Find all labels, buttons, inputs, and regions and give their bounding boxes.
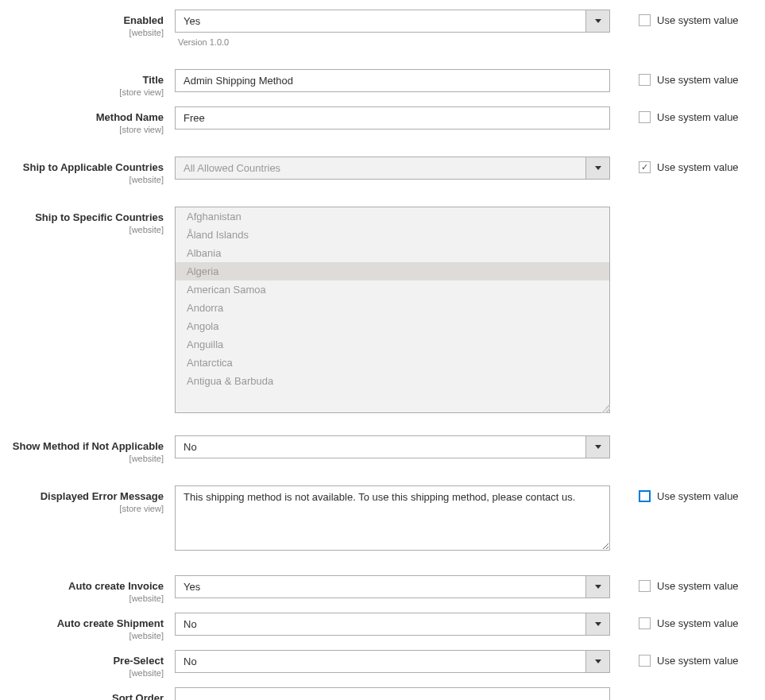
use-system-checkbox[interactable] bbox=[639, 617, 651, 629]
use-system-checkbox[interactable] bbox=[639, 655, 651, 667]
field-label: Method Name bbox=[0, 111, 164, 123]
method-name-input[interactable] bbox=[175, 106, 610, 130]
check-col: Use system value bbox=[610, 650, 753, 667]
country-option: Angola bbox=[176, 317, 609, 335]
label-col: Title [store view] bbox=[0, 69, 175, 97]
country-option: Andorra bbox=[176, 299, 609, 317]
field-enabled: Enabled [website] Yes Version 1.0.0 Use … bbox=[0, 10, 765, 47]
resize-handle-icon[interactable] bbox=[601, 404, 610, 413]
country-option: Antarctica bbox=[176, 354, 609, 372]
field-show-method: Show Method if Not Applicable [website] … bbox=[0, 435, 765, 463]
input-col: Yes Version 1.0.0 bbox=[175, 10, 610, 47]
field-sort-order: Sort Order [website] bbox=[0, 687, 765, 700]
label-col: Pre-Select [website] bbox=[0, 650, 175, 678]
use-system-checkbox[interactable] bbox=[639, 74, 651, 86]
error-message-textarea[interactable] bbox=[175, 485, 610, 551]
use-system-checkbox[interactable] bbox=[639, 111, 651, 123]
title-input[interactable] bbox=[175, 69, 610, 92]
checkbox-label[interactable]: Use system value bbox=[657, 74, 739, 86]
label-col: Auto create Invoice [website] bbox=[0, 575, 175, 603]
field-scope: [store view] bbox=[0, 125, 164, 134]
input-col: No bbox=[175, 650, 610, 673]
field-label: Ship to Applicable Countries bbox=[0, 161, 164, 173]
field-label: Enabled bbox=[0, 14, 164, 26]
check-col bbox=[610, 207, 753, 211]
preselect-select[interactable]: No bbox=[175, 650, 610, 673]
checkbox-label[interactable]: Use system value bbox=[657, 655, 739, 667]
select-value: Yes bbox=[176, 10, 585, 32]
field-scope: [store view] bbox=[0, 504, 164, 513]
use-system-checkbox[interactable] bbox=[639, 161, 651, 173]
checkbox-label[interactable]: Use system value bbox=[657, 111, 739, 123]
checkbox-label[interactable]: Use system value bbox=[657, 490, 739, 502]
label-col: Method Name [store view] bbox=[0, 106, 175, 134]
label-col: Displayed Error Message [store view] bbox=[0, 485, 175, 513]
country-option: American Samoa bbox=[176, 280, 609, 299]
label-col: Enabled [website] bbox=[0, 10, 175, 37]
input-col bbox=[175, 687, 610, 700]
field-label: Auto create Shipment bbox=[0, 617, 164, 629]
check-col bbox=[610, 435, 753, 440]
field-label: Displayed Error Message bbox=[0, 490, 164, 502]
check-col: Use system value bbox=[610, 157, 753, 173]
field-scope: [website] bbox=[0, 594, 164, 603]
label-col: Sort Order [website] bbox=[0, 687, 175, 700]
check-col bbox=[610, 687, 753, 692]
country-option: Antigua & Barbuda bbox=[176, 372, 609, 390]
country-option: Åland Islands bbox=[176, 226, 609, 244]
country-option: Anguilla bbox=[176, 335, 609, 354]
input-col bbox=[175, 69, 610, 92]
field-label: Ship to Specific Countries bbox=[0, 211, 164, 223]
field-scope: [website] bbox=[0, 225, 164, 234]
field-scope: [website] bbox=[0, 454, 164, 463]
field-ship-specific: Ship to Specific Countries [website] Afg… bbox=[0, 207, 765, 413]
checkbox-label[interactable]: Use system value bbox=[657, 617, 739, 629]
chevron-down-icon bbox=[585, 436, 609, 458]
field-preselect: Pre-Select [website] No Use system value bbox=[0, 650, 765, 678]
field-scope: [store view] bbox=[0, 87, 164, 97]
auto-invoice-select[interactable]: Yes bbox=[175, 575, 610, 598]
check-col: Use system value bbox=[610, 106, 753, 123]
country-option: Algeria bbox=[176, 262, 609, 280]
checkbox-label[interactable]: Use system value bbox=[657, 161, 739, 173]
check-col: Use system value bbox=[610, 69, 753, 86]
config-form: Enabled [website] Yes Version 1.0.0 Use … bbox=[0, 10, 765, 700]
field-label: Pre-Select bbox=[0, 655, 164, 667]
input-col: No bbox=[175, 435, 610, 458]
ship-specific-multiselect: AfghanistanÅland IslandsAlbaniaAlgeriaAm… bbox=[175, 207, 610, 413]
country-option: Afghanistan bbox=[176, 207, 609, 226]
select-value: All Allowed Countries bbox=[176, 157, 585, 179]
label-col: Auto create Shipment [website] bbox=[0, 613, 175, 640]
select-value: No bbox=[176, 613, 585, 635]
use-system-checkbox[interactable] bbox=[639, 490, 651, 502]
input-col: All Allowed Countries bbox=[175, 157, 610, 180]
input-col: Yes bbox=[175, 575, 610, 598]
enabled-select[interactable]: Yes bbox=[175, 10, 610, 33]
show-method-select[interactable]: No bbox=[175, 435, 610, 458]
chevron-down-icon bbox=[585, 613, 609, 635]
label-col: Ship to Applicable Countries [website] bbox=[0, 157, 175, 184]
field-scope: [website] bbox=[0, 175, 164, 184]
field-scope: [website] bbox=[0, 668, 164, 678]
checkbox-label[interactable]: Use system value bbox=[657, 14, 739, 26]
chevron-down-icon bbox=[585, 10, 609, 32]
auto-shipment-select[interactable]: No bbox=[175, 613, 610, 636]
field-method-name: Method Name [store view] Use system valu… bbox=[0, 106, 765, 134]
label-col: Show Method if Not Applicable [website] bbox=[0, 435, 175, 463]
select-value: No bbox=[176, 651, 585, 672]
use-system-checkbox[interactable] bbox=[639, 580, 651, 592]
field-scope: [website] bbox=[0, 631, 164, 640]
check-col: Use system value bbox=[610, 485, 753, 502]
sort-order-input[interactable] bbox=[175, 687, 610, 700]
use-system-checkbox[interactable] bbox=[639, 14, 651, 26]
checkbox-label[interactable]: Use system value bbox=[657, 580, 739, 592]
country-option: Albania bbox=[176, 244, 609, 262]
field-note: Version 1.0.0 bbox=[175, 37, 610, 47]
check-col: Use system value bbox=[610, 575, 753, 592]
field-label: Sort Order bbox=[0, 692, 164, 700]
check-col: Use system value bbox=[610, 10, 753, 26]
chevron-down-icon bbox=[585, 651, 609, 672]
field-scope: [website] bbox=[0, 28, 164, 37]
field-ship-applicable: Ship to Applicable Countries [website] A… bbox=[0, 157, 765, 184]
field-label: Show Method if Not Applicable bbox=[0, 440, 164, 452]
